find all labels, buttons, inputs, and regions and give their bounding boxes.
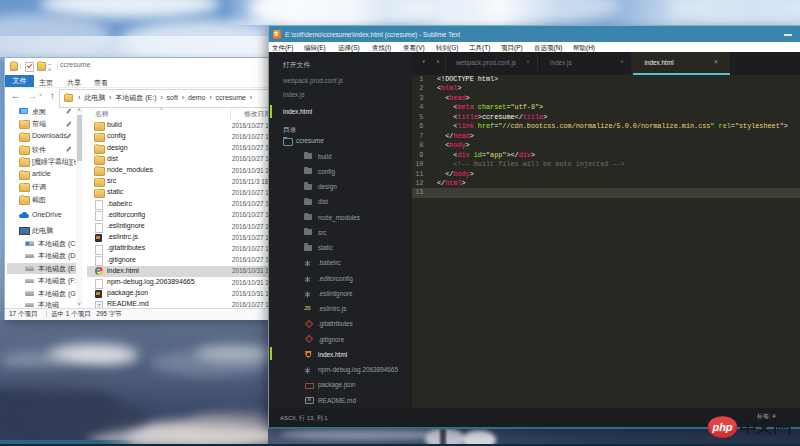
svg-text:php: php — [711, 421, 732, 433]
